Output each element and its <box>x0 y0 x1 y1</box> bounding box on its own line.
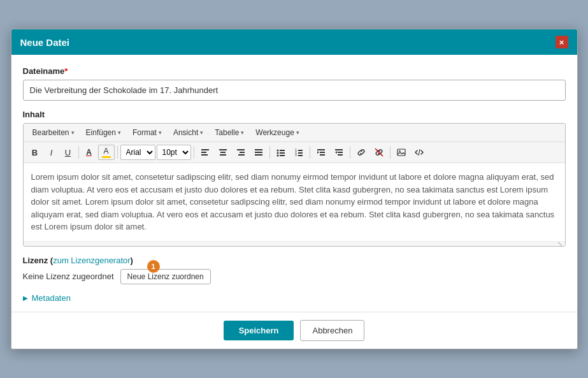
svg-rect-2 <box>201 154 208 156</box>
align-right-button[interactable] <box>233 145 249 160</box>
insert-link-button[interactable] <box>353 145 369 160</box>
svg-point-12 <box>276 150 278 152</box>
no-license-text: Keine Lizenz zugeordnet <box>23 272 114 281</box>
italic-button[interactable]: I <box>44 145 59 160</box>
svg-rect-7 <box>240 152 245 153</box>
chevron-down-icon: ▾ <box>296 129 299 136</box>
modal-footer: Speichern Abbrechen <box>11 312 577 349</box>
svg-rect-5 <box>220 154 226 156</box>
unordered-list-button[interactable] <box>273 145 289 160</box>
font-background-button[interactable]: A <box>98 145 115 160</box>
menu-werkzeuge[interactable]: Werkzeuge ▾ <box>250 126 304 139</box>
svg-point-16 <box>276 155 278 157</box>
editor-content[interactable]: Lorem ipsum dolor sit amet, consetetur s… <box>24 163 565 241</box>
license-row: Keine Lizenz zugeordnet Neue Lizenz zuor… <box>23 269 566 284</box>
ordered-list-button[interactable]: 1. 2. 3. <box>290 145 307 160</box>
underline-button[interactable]: U <box>61 145 76 160</box>
modal-title: Neue Datei <box>20 37 70 48</box>
svg-rect-9 <box>255 149 262 150</box>
unlink-icon <box>375 148 384 157</box>
svg-rect-23 <box>298 155 303 156</box>
image-icon <box>397 148 406 157</box>
menu-format[interactable]: Format ▾ <box>127 126 167 139</box>
dateiname-input[interactable] <box>23 80 566 101</box>
align-justify-icon <box>254 148 263 157</box>
menu-ansicht[interactable]: Ansicht ▾ <box>168 126 208 139</box>
toolbar-separator-5 <box>310 146 310 159</box>
align-right-icon <box>236 148 245 157</box>
toolbar-separator-3 <box>194 146 194 159</box>
indent-decrease-button[interactable] <box>313 145 329 160</box>
list-ordered-icon: 1. 2. 3. <box>294 148 303 157</box>
chevron-right-icon: ▶ <box>23 294 28 302</box>
indent-increase-button[interactable] <box>331 145 347 160</box>
modal-header: Neue Datei × <box>11 29 577 55</box>
editor-resize-handle[interactable]: ⤡ <box>24 241 565 246</box>
align-left-button[interactable] <box>197 145 213 160</box>
svg-rect-28 <box>335 149 343 150</box>
cancel-button[interactable]: Abbrechen <box>300 320 364 341</box>
toolbar-separator-2 <box>117 146 118 159</box>
font-color-button[interactable]: A <box>82 145 97 160</box>
svg-rect-25 <box>320 152 325 153</box>
svg-rect-0 <box>201 149 209 150</box>
svg-rect-29 <box>338 152 343 153</box>
menu-tabelle[interactable]: Tabelle ▾ <box>210 126 249 139</box>
remove-link-button[interactable] <box>371 145 387 160</box>
svg-rect-26 <box>320 154 325 156</box>
svg-rect-17 <box>280 155 285 156</box>
source-code-button[interactable] <box>411 145 427 160</box>
insert-image-button[interactable] <box>393 145 410 160</box>
source-icon <box>415 148 424 157</box>
svg-rect-33 <box>398 149 405 156</box>
chevron-down-icon: ▾ <box>71 129 75 136</box>
license-section: Lizenz (zum Lizenzgenerator) Keine Lizen… <box>23 256 566 284</box>
toolbar-separator-7 <box>390 146 391 159</box>
svg-rect-15 <box>280 152 285 154</box>
svg-rect-1 <box>201 152 206 153</box>
svg-marker-31 <box>335 151 337 154</box>
indent-decrease-icon <box>317 148 326 157</box>
align-center-button[interactable] <box>215 145 231 160</box>
chevron-down-icon: ▾ <box>200 129 203 136</box>
assign-license-button[interactable]: Neue Lizenz zuordnen <box>120 269 211 284</box>
modal-close-button[interactable]: × <box>556 36 568 48</box>
toolbar-separator-6 <box>350 146 350 159</box>
list-unordered-icon <box>276 148 285 157</box>
svg-rect-11 <box>255 154 262 156</box>
menu-einfuegen[interactable]: Einfügen ▾ <box>81 126 126 139</box>
svg-rect-8 <box>238 154 245 156</box>
modal-body: Dateiname* Inhalt Bearbeiten ▾ Einfügen … <box>11 55 577 312</box>
svg-rect-21 <box>298 152 303 154</box>
svg-rect-10 <box>255 152 262 153</box>
chevron-down-icon: ▾ <box>118 129 121 136</box>
license-label: Lizenz (zum Lizenzgenerator) <box>23 256 566 265</box>
svg-rect-30 <box>338 154 343 156</box>
color-indicator <box>102 156 111 158</box>
align-justify-button[interactable] <box>250 145 267 160</box>
svg-marker-27 <box>317 151 319 154</box>
editor-container: Bearbeiten ▾ Einfügen ▾ Format ▾ Ansicht… <box>23 123 566 247</box>
save-button[interactable]: Speichern <box>224 321 294 340</box>
link-icon <box>357 148 366 157</box>
align-left-icon <box>201 148 210 157</box>
modal-overlay: Neue Datei × Dateiname* Inhalt Bearbeite… <box>0 0 588 378</box>
bold-button[interactable]: B <box>27 145 43 160</box>
license-generator-link[interactable]: zum Lizenzgenerator <box>53 256 130 265</box>
chevron-down-icon: ▾ <box>159 129 162 136</box>
svg-point-34 <box>399 150 400 152</box>
font-family-select[interactable]: Arial <box>120 145 155 160</box>
svg-rect-24 <box>317 149 325 150</box>
menu-bearbeiten[interactable]: Bearbeiten ▾ <box>27 126 80 139</box>
editor-toolbar: B I U A A Arial <box>24 142 565 163</box>
svg-line-35 <box>419 149 420 156</box>
svg-text:3.: 3. <box>295 153 298 157</box>
resize-icon: ⤡ <box>557 240 563 247</box>
svg-rect-19 <box>298 150 303 151</box>
license-badge: 1 <box>147 260 160 273</box>
svg-rect-6 <box>237 149 245 150</box>
metadata-toggle[interactable]: ▶ Metadaten <box>23 293 566 303</box>
toolbar-separator-4 <box>269 146 270 159</box>
dateiname-label: Dateiname* <box>23 66 566 76</box>
font-size-select[interactable]: 10pt <box>157 145 191 160</box>
